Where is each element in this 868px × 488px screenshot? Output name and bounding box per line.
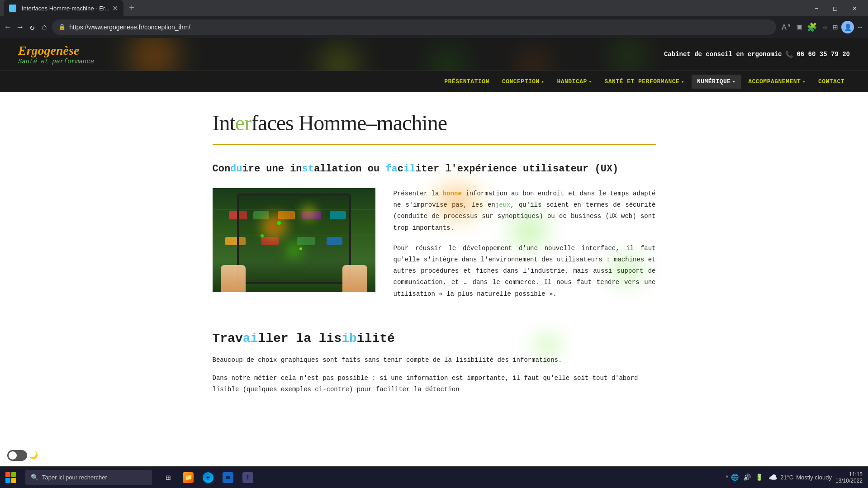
page-title: Interfaces Homme–machine xyxy=(213,110,656,135)
nav-item-numerique[interactable]: NUMÉRIQUE ▾ xyxy=(692,75,741,89)
screenshot-icon[interactable]: ▣ xyxy=(795,20,804,34)
font-size-icon[interactable]: Aᵃ xyxy=(780,20,793,34)
logo-tagline: Santé et performance xyxy=(18,58,94,65)
section1-heading: Conduire une installation ou faciliter l… xyxy=(213,163,656,175)
website: Ergogenèse Santé et performance Cabinet … xyxy=(0,38,868,420)
site-header: Ergogenèse Santé et performance Cabinet … xyxy=(0,38,868,71)
browser-chrome: Interfaces Homme-machine - Er... ✕ + − ◻… xyxy=(0,0,868,38)
nav-item-contact[interactable]: CONTACT xyxy=(813,75,850,89)
minimize-button[interactable]: − xyxy=(807,0,825,16)
tab-close-button[interactable]: ✕ xyxy=(112,4,118,13)
section2: Travailler la lisibilité Beaucoup de cho… xyxy=(213,332,656,396)
nav-item-handicap[interactable]: HANDICAP ▾ xyxy=(551,75,597,89)
settings-icon[interactable]: ⋯ xyxy=(856,20,864,34)
contact-label: Cabinet de conseil en ergonomie xyxy=(664,51,782,58)
collections-icon[interactable]: ⊞ xyxy=(831,20,840,34)
profile-avatar[interactable]: 👤 xyxy=(841,21,854,33)
site-navigation: PRÉSENTATION CONCEPTION ▾ HANDICAP ▾ SAN… xyxy=(0,71,868,92)
nav-item-conception[interactable]: CONCEPTION ▾ xyxy=(497,75,550,89)
header-contact: Cabinet de conseil en ergonomie 📞 06 60 … xyxy=(664,51,850,58)
lock-icon: 🔒 xyxy=(58,24,66,31)
phone-number[interactable]: 06 60 35 79 20 xyxy=(797,51,850,58)
logo-name: Ergogenèse xyxy=(18,43,94,58)
content-row: Présenter la bonne information au bon en… xyxy=(213,188,656,309)
active-tab[interactable]: Interfaces Homme-machine - Er... ✕ xyxy=(4,0,123,16)
nav-item-sante[interactable]: SANTÉ ET PERFORMANCE ▾ xyxy=(599,75,690,89)
site-logo[interactable]: Ergogenèse Santé et performance xyxy=(18,43,94,65)
tab-favicon xyxy=(9,5,16,12)
window-controls: − ◻ ✕ xyxy=(807,0,864,16)
dropdown-arrow-accompagnement: ▾ xyxy=(802,79,806,85)
dropdown-arrow-conception: ▾ xyxy=(541,79,545,85)
section2-para2: Dans notre métier cela n'est pas possibl… xyxy=(213,373,656,395)
new-tab-button[interactable]: + xyxy=(125,1,138,15)
section2-heading: Travailler la lisibilité xyxy=(213,332,656,346)
tab-bar: Interfaces Homme-machine - Er... ✕ + − ◻… xyxy=(0,0,868,16)
toolbar-icons: Aᵃ ▣ 🧩 ☆ ⊞ 👤 ⋯ xyxy=(780,20,864,34)
close-button[interactable]: ✕ xyxy=(845,0,864,16)
tab-title: Interfaces Homme-machine - Er... xyxy=(22,5,109,12)
dropdown-arrow-numerique: ▾ xyxy=(733,79,736,85)
maximize-button[interactable]: ◻ xyxy=(825,0,845,16)
url-text: https://www.ergogenese.fr/conception_ihm… xyxy=(69,24,190,31)
favorite-icon[interactable]: ☆ xyxy=(821,20,829,34)
nav-item-presentation[interactable]: PRÉSENTATION xyxy=(439,75,495,89)
phone-icon: 📞 xyxy=(785,51,793,58)
reload-button[interactable]: ↻ xyxy=(28,20,37,34)
extension-icon[interactable]: 🧩 xyxy=(805,20,819,34)
dropdown-arrow-handicap: ▾ xyxy=(589,79,592,85)
content-text: Présenter la bonne information au bon en… xyxy=(394,188,656,309)
back-button[interactable]: ← xyxy=(4,21,12,33)
content-para1: Présenter la bonne information au bon en… xyxy=(394,188,656,234)
page-content: Interfaces Homme–machine Conduire une in… xyxy=(185,92,683,420)
page-divider xyxy=(213,144,656,145)
forward-button[interactable]: → xyxy=(16,21,24,33)
nav-item-accompagnement[interactable]: ACCOMPAGNEMENT ▾ xyxy=(743,75,811,89)
image-placeholder xyxy=(213,188,375,292)
dropdown-arrow-sante: ▾ xyxy=(681,79,684,85)
home-button[interactable]: ⌂ xyxy=(40,21,48,33)
section2-para1: Beaucoup de choix graphiques sont faits … xyxy=(213,355,656,366)
browser-toolbar: ← → ↻ ⌂ 🔒 https://www.ergogenese.fr/conc… xyxy=(0,16,868,38)
address-bar[interactable]: 🔒 https://www.ergogenese.fr/conception_i… xyxy=(52,19,776,35)
content-para2: Pour réussir le développement d'une nouv… xyxy=(394,243,656,300)
content-image xyxy=(213,188,375,292)
